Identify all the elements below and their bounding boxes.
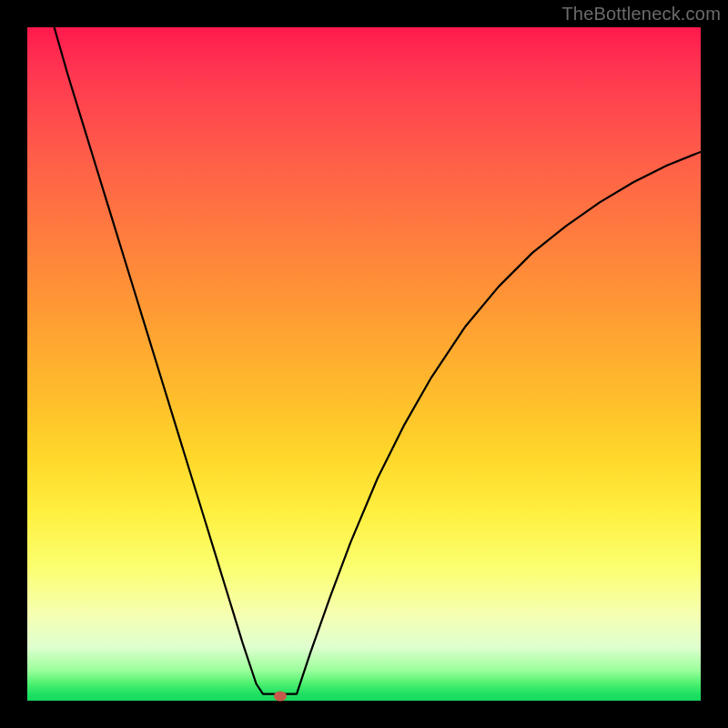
curve-path xyxy=(55,27,701,694)
chart-frame: TheBottleneck.com xyxy=(0,0,728,728)
optimum-marker xyxy=(274,691,287,701)
watermark-text: TheBottleneck.com xyxy=(561,4,721,25)
bottleneck-curve xyxy=(27,27,701,701)
plot-area xyxy=(27,27,701,701)
